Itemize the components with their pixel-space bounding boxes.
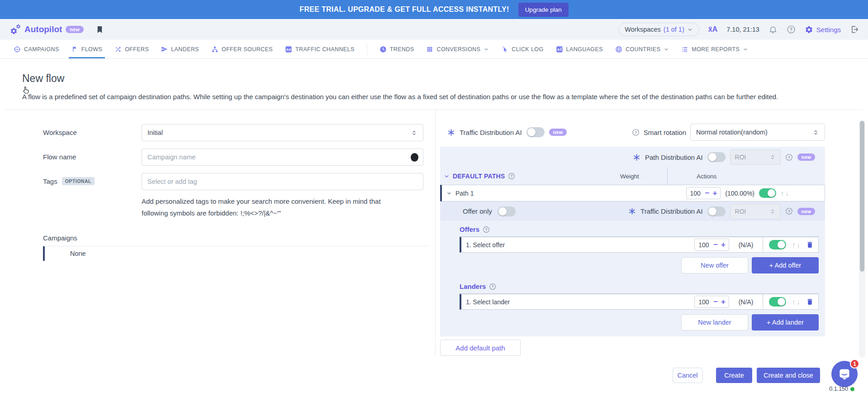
move-down-icon[interactable]: ↓ — [786, 189, 789, 197]
move-up-icon[interactable]: ↑ — [792, 241, 796, 249]
weight-increase-button[interactable]: + — [712, 189, 717, 197]
create-button[interactable]: Create — [716, 368, 752, 383]
workspaces-count: (1 of 1) — [664, 26, 684, 33]
path-row: Path 1 100 − + (100.00%) ↑↓ — [440, 185, 825, 201]
nav-campaigns[interactable]: CAMPAIGNS — [14, 40, 59, 58]
scrollbar-thumb[interactable] — [860, 121, 864, 272]
tags-input[interactable] — [142, 173, 423, 190]
path-enabled-toggle[interactable] — [759, 188, 776, 198]
move-down-icon[interactable]: ↓ — [797, 298, 801, 306]
brand[interactable]: Autopilot new — [10, 24, 84, 35]
flow-name-row: Flow name — [43, 149, 428, 166]
help-icon[interactable] — [508, 173, 515, 180]
add-offer-button[interactable]: + Add offer — [752, 257, 819, 273]
help-icon[interactable] — [785, 207, 793, 215]
path-weight-value[interactable]: 100 — [690, 190, 702, 197]
default-paths-title-group[interactable]: DEFAULT PATHS — [440, 173, 620, 180]
inner-roi-select[interactable]: ROI — [730, 204, 781, 219]
path-toggle-group[interactable]: Path 1 — [446, 190, 474, 197]
trash-icon[interactable] — [806, 241, 814, 249]
offer-only-toggle[interactable] — [498, 206, 516, 216]
workspaces-dropdown[interactable]: Workspaces (1 of 1) — [618, 23, 699, 36]
translate-icon[interactable]: x̄A — [708, 25, 717, 34]
weight-decrease-button[interactable]: − — [705, 189, 710, 197]
vertical-scrollbar[interactable] — [859, 120, 865, 358]
nav-conversions[interactable]: CONVERSIONS — [426, 40, 489, 58]
page-title: New flow — [22, 72, 846, 85]
nav-countries[interactable]: COUNTRIES — [615, 40, 669, 58]
select-chevrons-icon — [411, 129, 417, 136]
weight-increase-button[interactable]: + — [721, 298, 726, 306]
app-header: Autopilot new Workspaces (1 of 1) x̄A 7.… — [0, 19, 868, 40]
lander-weight-value[interactable]: 100 — [698, 298, 710, 306]
help-icon[interactable] — [483, 226, 490, 233]
add-default-path-button[interactable]: Add default path — [440, 340, 521, 356]
lander-enabled-toggle[interactable] — [769, 297, 786, 307]
offer-row: 1. Select offer 100 − + (N/A) ↑↓ — [460, 237, 819, 253]
landers-section: Landers 1. Select lander 100 − + (N/A) — [460, 283, 819, 331]
upgrade-plan-button[interactable]: Upgrade plan — [518, 3, 569, 17]
new-offer-button[interactable]: New offer — [681, 257, 748, 273]
weight-decrease-button[interactable]: − — [713, 298, 718, 306]
offer-enabled-toggle[interactable] — [769, 240, 786, 249]
language-icon — [556, 46, 563, 53]
add-lander-button[interactable]: + Add lander — [752, 314, 819, 331]
flow-name-label: Flow name — [43, 149, 142, 166]
default-paths-header: DEFAULT PATHS Weight Actions — [440, 168, 825, 185]
path-weight-stepper: 100 − + — [686, 187, 721, 199]
help-icon[interactable] — [787, 25, 796, 34]
nav-languages[interactable]: LANGUAGES — [556, 40, 603, 58]
cancel-button[interactable]: Cancel — [673, 368, 702, 383]
nav-click-log[interactable]: CLICK LOG — [501, 40, 543, 58]
weight-decrease-button[interactable]: − — [713, 241, 718, 249]
create-and-close-button[interactable]: Create and close — [757, 368, 820, 383]
tags-help-text: Add personalized tags to make your searc… — [142, 196, 399, 219]
landers-title: Landers — [460, 283, 486, 290]
move-down-icon[interactable]: ↓ — [797, 241, 801, 249]
path-distribution-toggle[interactable] — [707, 152, 726, 162]
ai-icon — [633, 153, 640, 161]
workspace-value: Initial — [147, 129, 163, 136]
move-up-icon[interactable]: ↑ — [781, 189, 784, 197]
bookmark-icon[interactable] — [95, 25, 104, 34]
workspace-select[interactable]: Initial — [142, 124, 423, 141]
help-icon[interactable] — [785, 153, 793, 161]
new-badge: new — [797, 208, 815, 215]
select-chevrons-icon — [769, 154, 776, 160]
chat-widget-button[interactable]: 1 — [831, 361, 858, 387]
nav-traffic-channels[interactable]: TRAFFIC CHANNELS — [285, 40, 355, 58]
offer-select-label[interactable]: 1. Select offer — [466, 241, 505, 249]
move-up-icon[interactable]: ↑ — [792, 298, 796, 306]
nav-flows[interactable]: FLOWS — [71, 40, 102, 58]
notifications-bell-icon[interactable] — [768, 25, 778, 34]
chevron-down-icon — [444, 173, 450, 179]
help-icon[interactable] — [489, 283, 496, 290]
nav-offers[interactable]: OFFERS — [114, 40, 149, 58]
campaigns-block: Campaigns None — [43, 234, 428, 261]
nav-trends[interactable]: TRENDS — [379, 40, 414, 58]
roi-select[interactable]: ROI — [730, 149, 781, 165]
offer-weight-value[interactable]: 100 — [698, 241, 710, 249]
chevron-down-icon — [446, 191, 452, 196]
lander-select-label[interactable]: 1. Select lander — [466, 298, 510, 306]
campaigns-none-row: None — [43, 246, 428, 261]
weight-increase-button[interactable]: + — [721, 241, 726, 249]
nav-more-reports[interactable]: MORE REPORTS — [681, 40, 748, 58]
logout-icon[interactable] — [850, 25, 859, 34]
nav-landers[interactable]: LANDERS — [161, 40, 199, 58]
trash-icon[interactable] — [806, 298, 814, 306]
smart-rotation-select[interactable]: Normal rotation(random) — [690, 124, 825, 141]
settings-button[interactable]: Settings — [805, 25, 841, 34]
new-lander-button[interactable]: New lander — [681, 314, 748, 331]
traffic-distribution-toggle[interactable] — [526, 127, 545, 137]
campaigns-none-value: None — [70, 250, 86, 257]
inner-traffic-distribution-toggle[interactable] — [707, 206, 726, 216]
paths-panel: Traffic Distribution AI new Smart rotati… — [436, 110, 863, 356]
traffic-distribution-row: Traffic Distribution AI new Smart rotati… — [440, 124, 825, 141]
status-dot-icon — [850, 387, 854, 391]
help-icon[interactable] — [632, 129, 640, 136]
list-icon — [681, 46, 688, 53]
tags-label: Tags — [43, 177, 57, 185]
flow-name-input[interactable] — [142, 149, 423, 166]
nav-offer-sources[interactable]: OFFER SOURCES — [211, 40, 273, 58]
